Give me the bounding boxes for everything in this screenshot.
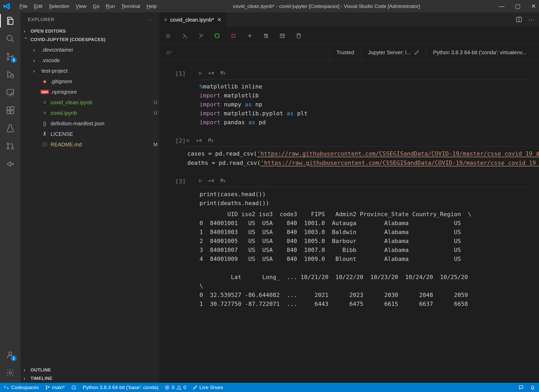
clear-outputs-icon[interactable] [263, 32, 270, 39]
notebook-status-bar: Trusted Jupyter Server: l... Python 3.8.… [159, 44, 539, 61]
svg-point-2 [7, 58, 9, 60]
menu-selection[interactable]: Selection [46, 2, 72, 10]
chevron-right-icon: › [24, 376, 28, 381]
timeline-section[interactable]: › TIMELINE [21, 374, 159, 383]
git-status-badge: M [152, 142, 159, 147]
chevron-right-icon: › [33, 68, 39, 74]
run-line-icon[interactable]: ▸≡ [208, 69, 214, 77]
github-pr-icon[interactable] [5, 141, 16, 151]
file-row[interactable]: npm.npmignore [21, 87, 159, 97]
status-bar: Codespaces main* Python 3.8.3 64-bit ('b… [0, 383, 539, 392]
tab-more-icon[interactable]: ··· [528, 16, 535, 23]
code-input[interactable]: cases = pd.read_csv('https://raw.githubu… [186, 149, 539, 167]
notebook-cell[interactable]: [1]▷▸≡M↓%matplotlib inline import matplo… [175, 69, 534, 127]
editor-area: ≡ covid_clean.ipynb* ✕ ··· [159, 12, 539, 383]
file-row[interactable]: ⓘREADME.mdM [21, 139, 159, 150]
remote-explorer-icon[interactable] [5, 87, 16, 98]
file-icon: {} [42, 120, 48, 127]
liveshare-icon[interactable] [5, 159, 16, 169]
file-icon: ⓘ [42, 141, 48, 148]
svg-rect-17 [232, 34, 235, 37]
tab-close-icon[interactable]: ✕ [217, 17, 222, 23]
trusted-status[interactable]: Trusted [330, 44, 361, 61]
menu-terminal[interactable]: Terminal [119, 2, 143, 10]
file-icon: ◆ [42, 78, 48, 85]
sidebar-more-icon[interactable]: ··· [147, 17, 152, 22]
close-icon[interactable]: ✕ [531, 3, 536, 10]
cell-exec-count: [1] [175, 69, 198, 127]
minimize-icon[interactable]: — [499, 3, 505, 10]
notifications-icon[interactable] [530, 385, 535, 390]
markdown-icon[interactable]: M↓ [208, 137, 214, 144]
remote-codespaces[interactable]: Codespaces [4, 385, 39, 390]
file-row[interactable]: ≡covid_clean.ipynbU [21, 97, 159, 108]
svg-point-12 [7, 147, 9, 149]
folder-row[interactable]: ›.devcontainer [21, 44, 159, 55]
jupyter-server-status[interactable]: Jupyter Server: l... [361, 44, 426, 61]
file-row[interactable]: ≡covid.ipynbU [21, 108, 159, 118]
run-cell-icon[interactable]: ▷ [187, 136, 190, 144]
accounts-icon[interactable]: 1 [5, 350, 16, 360]
run-line-icon[interactable]: ▸≡ [208, 177, 214, 184]
markdown-icon[interactable]: M↓ [221, 177, 226, 184]
menu-file[interactable]: File [17, 2, 30, 10]
server-connected-icon [414, 50, 419, 55]
testing-icon[interactable] [5, 123, 16, 133]
kernel-selector[interactable]: Python 3.8.3 64-bit ('conda': virtualenv… [426, 44, 533, 61]
run-all-icon[interactable] [165, 32, 172, 39]
notebook-cell[interactable]: [2]▷▸≡M↓cases = pd.read_csv('https://raw… [175, 136, 534, 167]
file-tree: ›.devcontainer›.vscode›test-project◆.git… [21, 44, 159, 150]
search-icon[interactable] [5, 33, 16, 44]
split-editor-icon[interactable] [516, 16, 522, 23]
python-env[interactable]: Python 3.8.3 64-bit ('base': conda) [83, 385, 158, 390]
collapse-input-icon[interactable] [159, 50, 172, 55]
menu-view[interactable]: View [73, 2, 89, 10]
folder-row[interactable]: ›.vscode [21, 55, 159, 66]
run-cell-icon[interactable]: ▷ [199, 176, 202, 185]
explorer-icon[interactable] [5, 16, 16, 26]
variables-icon[interactable] [279, 32, 286, 39]
menu-run[interactable]: Run [103, 2, 118, 10]
code-input[interactable]: %matplotlib inline import matplotlib imp… [198, 82, 534, 127]
svg-point-4 [11, 75, 13, 78]
live-share[interactable]: Live Share [193, 385, 223, 390]
run-debug-icon[interactable] [5, 69, 16, 80]
file-row[interactable]: 🎗LICENSE [21, 129, 159, 139]
extensions-icon[interactable] [5, 105, 16, 116]
menu-help[interactable]: Help [144, 2, 159, 10]
problems[interactable]: 0 0 [165, 385, 186, 390]
menu-go[interactable]: Go [90, 2, 102, 10]
settings-gear-icon[interactable] [5, 368, 16, 378]
run-below-icon[interactable] [197, 32, 204, 39]
vscode-logo-icon [3, 3, 11, 10]
code-input[interactable]: print(cases.head()) print(deaths.head()) [198, 190, 534, 208]
open-editors-section[interactable]: › OPEN EDITORS [21, 27, 159, 36]
svg-point-13 [12, 147, 13, 149]
interrupt-kernel-icon[interactable] [230, 32, 237, 39]
svg-rect-9 [11, 111, 13, 113]
chevron-right-icon: › [33, 47, 39, 53]
folder-row[interactable]: ›test-project [21, 66, 159, 76]
notebook-cell[interactable]: [3]▷▸≡M↓print(cases.head()) print(deaths… [175, 176, 534, 309]
menu-edit[interactable]: Edit [31, 2, 45, 10]
run-above-icon[interactable] [181, 32, 188, 39]
save-icon[interactable] [295, 32, 302, 39]
svg-point-22 [46, 385, 47, 386]
git-branch[interactable]: main* [45, 385, 65, 390]
file-icon: npm [42, 89, 48, 95]
maximize-icon[interactable]: ▢ [515, 3, 521, 10]
feedback-icon[interactable] [518, 385, 524, 390]
restart-kernel-icon[interactable] [214, 32, 221, 39]
add-cell-icon[interactable] [246, 32, 253, 39]
source-control-icon[interactable]: 3 [5, 51, 16, 62]
notebook-editor[interactable]: [1]▷▸≡M↓%matplotlib inline import matplo… [159, 61, 539, 383]
markdown-icon[interactable]: M↓ [221, 69, 226, 77]
run-line-icon[interactable]: ▸≡ [196, 137, 202, 144]
tab-covid-clean[interactable]: ≡ covid_clean.ipynb* ✕ [159, 12, 227, 27]
file-row[interactable]: ◆.gitignore [21, 76, 159, 87]
run-cell-icon[interactable]: ▷ [199, 69, 202, 77]
workspace-section[interactable]: › COVID-JUPYTER [CODESPACES] [21, 36, 159, 44]
outline-section[interactable]: › OUTLINE [21, 366, 159, 374]
sync-icon[interactable] [71, 385, 76, 390]
file-row[interactable]: {}definition-manifest.json [21, 118, 159, 129]
